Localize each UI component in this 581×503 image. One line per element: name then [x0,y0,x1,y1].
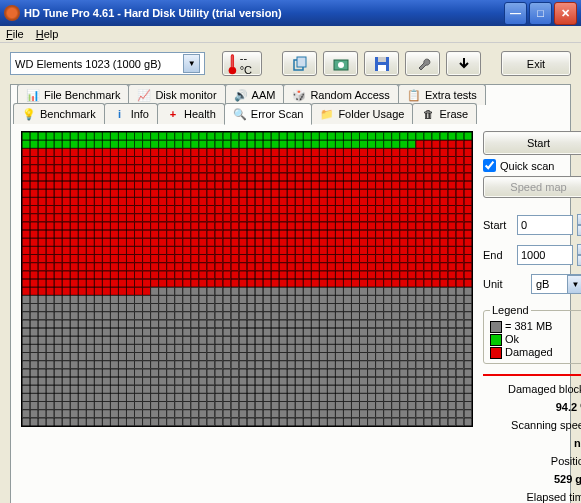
tab-benchmark[interactable]: 💡Benchmark [13,103,105,124]
temperature-button[interactable]: -- °C [222,51,262,76]
drive-select[interactable]: WD Elements 1023 (1000 gB) ▼ [10,52,205,75]
camera-icon [333,56,349,72]
tab-file-benchmark[interactable]: 📊File Benchmark [17,84,129,105]
download-button[interactable] [446,51,481,76]
title-bar: HD Tune Pro 4.61 - Hard Disk Utility (tr… [0,0,581,26]
tab-row-1: 📊File Benchmark 📈Disk monitor 🔊AAM 🎲Rand… [11,84,570,105]
copy-icon [292,56,308,72]
tab-erase[interactable]: 🗑Erase [412,103,477,124]
health-icon: + [166,107,180,121]
floppy-icon [374,56,390,72]
svg-point-6 [338,62,344,68]
menu-help[interactable]: Help [36,28,59,40]
svg-rect-2 [231,55,233,67]
tab-aam[interactable]: 🔊AAM [225,84,285,105]
tab-health[interactable]: +Health [157,103,225,124]
position-value: 529 gB [483,472,581,486]
legend-box: Legend = 381 MB Ok Damaged [483,304,581,364]
wrench-icon [415,56,431,72]
minimize-button[interactable]: — [504,2,527,25]
random-icon: 🎲 [292,88,306,102]
extra-icon: 📋 [407,88,421,102]
menu-file[interactable]: File [6,28,24,40]
separator [483,374,581,376]
arrow-down-icon [456,56,472,72]
trash-icon: 🗑 [421,107,435,121]
file-benchmark-icon: 📊 [26,88,40,102]
start-spinner[interactable]: ▲▼ [577,214,581,236]
bulb-icon: 💡 [22,107,36,121]
main-toolbar: WD Elements 1023 (1000 gB) ▼ -- °C Exit [0,43,581,80]
legend-ok: Ok [490,333,581,346]
options-button[interactable] [405,51,440,76]
tab-extra-tests[interactable]: 📋Extra tests [398,84,486,105]
elapsed-label: Elapsed time [483,490,581,503]
tab-container: 📊File Benchmark 📈Disk monitor 🔊AAM 🎲Rand… [10,84,571,503]
copy-button[interactable] [282,51,317,76]
end-input[interactable]: 1000 [517,245,573,265]
tab-error-scan[interactable]: 🔍Error Scan [224,103,313,125]
tab-row-2: 💡Benchmark iInfo +Health 🔍Error Scan 📁Fo… [11,103,570,124]
drive-select-value: WD Elements 1023 (1000 gB) [15,58,161,70]
temperature-value: -- °C [240,52,258,76]
app-icon [4,5,20,21]
damaged-value: 94.2 % [483,400,581,414]
tab-folder-usage[interactable]: 📁Folder Usage [311,103,413,124]
quick-scan-checkbox[interactable]: Quick scan [483,159,581,172]
speed-label: Scanning speed [483,418,581,432]
window-title: HD Tune Pro 4.61 - Hard Disk Utility (tr… [24,7,504,19]
legend-damaged: Damaged [490,346,581,359]
tab-info[interactable]: iInfo [104,103,158,124]
tab-disk-monitor[interactable]: 📈Disk monitor [128,84,225,105]
thermometer-icon [227,53,238,75]
chevron-down-icon: ▼ [567,275,581,294]
start-button[interactable]: Start [483,131,581,155]
maximize-button[interactable]: □ [529,2,552,25]
magnifier-icon: 🔍 [233,107,247,121]
position-label: Position [483,454,581,468]
speed-map-button[interactable]: Speed map [483,176,581,198]
svg-rect-4 [297,57,306,67]
scan-grid [21,131,473,427]
speaker-icon: 🔊 [234,88,248,102]
screenshot-button[interactable] [323,51,358,76]
end-field: End 1000 ▲▼ [483,244,581,266]
folder-icon: 📁 [320,107,334,121]
speed-value: n/a [483,436,581,450]
unit-field: Unit gB▼ [483,274,581,294]
start-field: Start 0 ▲▼ [483,214,581,236]
menu-bar: File Help [0,26,581,43]
chevron-down-icon: ▼ [183,54,200,73]
end-spinner[interactable]: ▲▼ [577,244,581,266]
monitor-icon: 📈 [137,88,151,102]
svg-rect-9 [378,57,386,62]
close-button[interactable]: ✕ [554,2,577,25]
svg-rect-8 [378,65,386,71]
info-icon: i [113,107,127,121]
start-input[interactable]: 0 [517,215,573,235]
unit-select[interactable]: gB▼ [531,274,581,294]
tab-random-access[interactable]: 🎲Random Access [283,84,398,105]
legend-block: = 381 MB [490,320,581,333]
damaged-label: Damaged blocks [483,382,581,396]
save-button[interactable] [364,51,399,76]
exit-button[interactable]: Exit [501,51,571,76]
